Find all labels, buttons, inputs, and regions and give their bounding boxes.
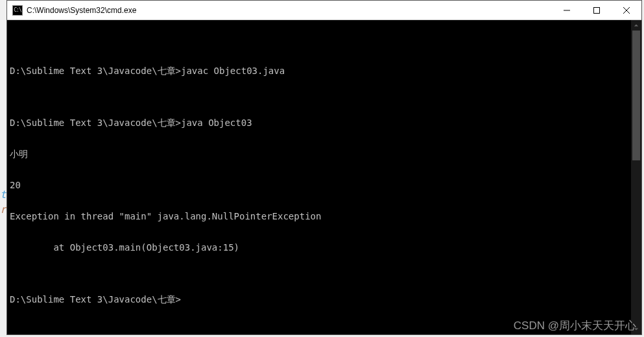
terminal-line: Exception in thread "main" java.lang.Nul… [10, 211, 628, 221]
maximize-button[interactable] [582, 1, 612, 19]
chevron-up-icon [634, 23, 639, 28]
terminal-line: at Object03.main(Object03.java:15) [10, 242, 628, 253]
terminal-line: D:\Sublime Text 3\Javacode\七章>javac Obje… [10, 66, 628, 76]
close-icon [623, 7, 630, 14]
window-title: C:\Windows\System32\cmd.exe [27, 6, 552, 15]
terminal-line: 20 [10, 180, 628, 190]
chevron-down-icon [634, 327, 639, 332]
scrollbar-track[interactable] [631, 31, 641, 324]
terminal-area: D:\Sublime Text 3\Javacode\七章>javac Obje… [7, 20, 641, 334]
minimize-icon [564, 7, 570, 14]
terminal-line: D:\Sublime Text 3\Javacode\七章> [10, 294, 628, 305]
terminal-line: D:\Sublime Text 3\Javacode\七章>java Objec… [10, 118, 628, 128]
close-button[interactable] [612, 1, 641, 19]
window-controls [552, 1, 641, 19]
minimize-button[interactable] [552, 1, 582, 19]
terminal-line: 小明 [10, 149, 628, 159]
terminal-output[interactable]: D:\Sublime Text 3\Javacode\七章>javac Obje… [7, 20, 631, 334]
vertical-scrollbar[interactable] [631, 20, 641, 334]
scrollbar-thumb[interactable] [632, 31, 640, 160]
editor-gutter-fragment: t r [0, 188, 6, 216]
maximize-icon [593, 7, 600, 14]
side-char-t: t [0, 188, 6, 201]
title-bar[interactable]: C:\ C:\Windows\System32\cmd.exe [7, 1, 641, 20]
cmd-window: C:\ C:\Windows\System32\cmd.exe D:\Subli… [6, 0, 642, 335]
svg-rect-1 [594, 7, 600, 13]
scroll-up-button[interactable] [631, 20, 641, 31]
scroll-down-button[interactable] [631, 324, 641, 334]
side-char-r: r [0, 203, 6, 216]
cmd-icon: C:\ [12, 5, 23, 16]
